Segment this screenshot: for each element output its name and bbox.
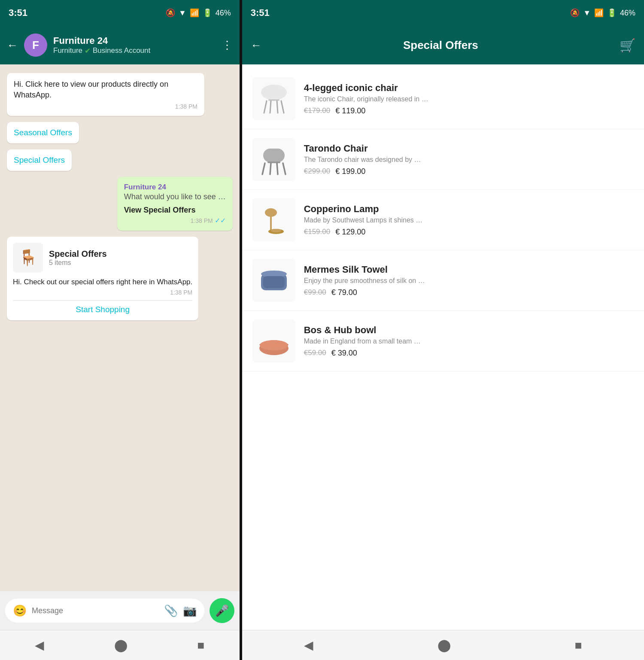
svg-rect-7 bbox=[267, 161, 280, 163]
start-shopping-label: Start Shopping bbox=[76, 305, 130, 314]
camera-icon[interactable]: 📷 bbox=[183, 604, 197, 617]
back-button[interactable]: ← bbox=[7, 39, 18, 52]
svg-rect-6 bbox=[263, 149, 285, 162]
catalog-message-time: 1:38 PM bbox=[13, 289, 192, 296]
product-item-5[interactable]: Bos & Hub bowl Made in England from a sm… bbox=[242, 311, 644, 371]
price-new-3: € 129.00 bbox=[335, 228, 365, 237]
svg-point-12 bbox=[265, 208, 277, 217]
right-header: ← Special Offers 🛒 bbox=[242, 26, 644, 64]
wifi-icon: ▼ bbox=[179, 9, 186, 18]
left-time: 3:51 bbox=[9, 7, 27, 18]
message-time-1: 1:38 PM bbox=[14, 103, 197, 110]
business-label: Business Account bbox=[93, 46, 150, 55]
chat-area: Hi. Click here to view our products dire… bbox=[0, 64, 240, 591]
right-mute-icon: 🔕 bbox=[570, 8, 580, 18]
start-shopping-button[interactable]: Start Shopping bbox=[13, 300, 192, 314]
double-tick-icon: ✓✓ bbox=[215, 216, 226, 225]
price-old-2: €299.00 bbox=[304, 167, 330, 176]
catalog-info: Special Offers 5 items bbox=[49, 249, 107, 267]
signal-icon: 📶 bbox=[190, 8, 199, 18]
mic-button[interactable]: 🎤 bbox=[210, 598, 234, 623]
svg-point-20 bbox=[260, 340, 288, 350]
more-options-icon[interactable]: ⋮ bbox=[222, 39, 233, 52]
products-list: 4-legged iconic chair The iconic Chair, … bbox=[242, 64, 644, 630]
right-nav-bar: ◀ ⬤ ■ bbox=[242, 630, 644, 660]
product-desc-3: Made by Southwest Lamps it shines … bbox=[304, 216, 634, 224]
battery-percent: 46% bbox=[216, 9, 231, 18]
right-wifi-icon: ▼ bbox=[583, 9, 591, 18]
seasonal-offers-label: Seasonal Offers bbox=[14, 128, 72, 137]
product-item-4[interactable]: Mermes Silk Towel Enjoy the pure smoothn… bbox=[242, 250, 644, 311]
avatar: F bbox=[24, 33, 47, 57]
special-offers-button[interactable]: Special Offers bbox=[7, 149, 72, 171]
price-old-4: €99.00 bbox=[304, 288, 326, 297]
product-desc-5: Made in England from a small team … bbox=[304, 338, 634, 345]
sent-bubble: Furniture 24 What would you like to see … bbox=[117, 177, 233, 231]
right-status-bar: 3:51 🔕 ▼ 📶 🔋 46% bbox=[242, 0, 644, 26]
right-back-button[interactable]: ← bbox=[251, 39, 262, 52]
right-square-nav-icon[interactable]: ■ bbox=[575, 639, 582, 652]
left-status-bar: 3:51 🔕 ▼ 📶 🔋 46% bbox=[0, 0, 240, 26]
cart-icon[interactable]: 🛒 bbox=[620, 38, 635, 53]
verified-icon: ✔ bbox=[85, 46, 91, 55]
svg-point-15 bbox=[271, 229, 281, 232]
product-item-2[interactable]: Tarondo Chair The Tarondo chair was desi… bbox=[242, 129, 644, 190]
right-battery-percent: 46% bbox=[620, 9, 635, 18]
price-new-4: € 79.00 bbox=[331, 288, 357, 297]
product-details-1: 4-legged iconic chair The iconic Chair, … bbox=[304, 82, 634, 116]
product-name-4: Mermes Silk Towel bbox=[304, 264, 634, 275]
right-back-nav-icon[interactable]: ◀ bbox=[304, 638, 313, 652]
contact-category: Furniture bbox=[53, 46, 82, 55]
svg-line-5 bbox=[277, 101, 278, 113]
left-nav-bar: ◀ ⬤ ■ bbox=[0, 630, 240, 660]
svg-line-4 bbox=[270, 101, 271, 113]
svg-line-9 bbox=[283, 163, 286, 174]
message-text-1: Hi. Click here to view our products dire… bbox=[14, 79, 197, 100]
product-image-4 bbox=[252, 259, 295, 302]
product-prices-2: €299.00 € 199.00 bbox=[304, 167, 634, 176]
view-special-offers-btn[interactable]: View Special Offers bbox=[124, 206, 226, 215]
catalog-card-top: 🪑 Special Offers 5 items bbox=[13, 243, 192, 273]
sent-time: 1:38 PM ✓✓ bbox=[124, 216, 226, 225]
right-home-nav-icon[interactable]: ⬤ bbox=[437, 638, 451, 652]
emoji-icon[interactable]: 😊 bbox=[13, 604, 27, 617]
price-new-5: € 39.00 bbox=[331, 349, 357, 358]
product-desc-1: The iconic Chair, originally released in… bbox=[304, 95, 634, 103]
product-image-3 bbox=[252, 198, 295, 241]
product-image-1 bbox=[252, 77, 295, 120]
price-old-1: €179.00 bbox=[304, 106, 330, 115]
attach-icon[interactable]: 📎 bbox=[164, 604, 178, 617]
product-name-3: Copperino Lamp bbox=[304, 204, 634, 215]
product-item-3[interactable]: Copperino Lamp Made by Southwest Lamps i… bbox=[242, 190, 644, 250]
svg-rect-13 bbox=[270, 216, 272, 231]
right-time: 3:51 bbox=[251, 7, 270, 18]
product-name-5: Bos & Hub bowl bbox=[304, 325, 634, 336]
left-status-icons: 🔕 ▼ 📶 🔋 46% bbox=[166, 8, 231, 18]
seasonal-offers-button[interactable]: Seasonal Offers bbox=[7, 122, 79, 143]
svg-line-2 bbox=[264, 101, 267, 113]
price-old-5: €59.00 bbox=[304, 349, 326, 357]
right-header-title: Special Offers bbox=[269, 39, 613, 52]
svg-rect-1 bbox=[268, 99, 279, 101]
svg-line-8 bbox=[262, 163, 265, 174]
home-nav-icon[interactable]: ⬤ bbox=[114, 638, 128, 652]
message-input-box[interactable]: 😊 📎 📷 bbox=[5, 599, 204, 623]
contact-name: Furniture 24 bbox=[53, 35, 216, 46]
left-panel: 3:51 🔕 ▼ 📶 🔋 46% ← F Furniture 24 Furnit… bbox=[0, 0, 240, 660]
product-prices-5: €59.00 € 39.00 bbox=[304, 349, 634, 358]
product-item-1[interactable]: 4-legged iconic chair The iconic Chair, … bbox=[242, 69, 644, 129]
product-name-1: 4-legged iconic chair bbox=[304, 82, 634, 94]
right-battery-icon: 🔋 bbox=[607, 8, 617, 18]
right-panel: 3:51 🔕 ▼ 📶 🔋 46% ← Special Offers 🛒 bbox=[242, 0, 644, 660]
right-signal-icon: 📶 bbox=[594, 8, 604, 18]
catalog-title: Special Offers bbox=[49, 249, 107, 259]
sent-text: What would you like to see … bbox=[124, 192, 226, 201]
back-nav-icon[interactable]: ◀ bbox=[35, 638, 44, 652]
product-name-2: Tarondo Chair bbox=[304, 143, 634, 154]
square-nav-icon[interactable]: ■ bbox=[197, 639, 205, 652]
product-prices-1: €179.00 € 119.00 bbox=[304, 106, 634, 116]
svg-line-10 bbox=[270, 163, 271, 174]
message-input[interactable] bbox=[32, 606, 159, 615]
special-offers-label: Special Offers bbox=[14, 155, 65, 165]
svg-line-11 bbox=[277, 163, 278, 174]
